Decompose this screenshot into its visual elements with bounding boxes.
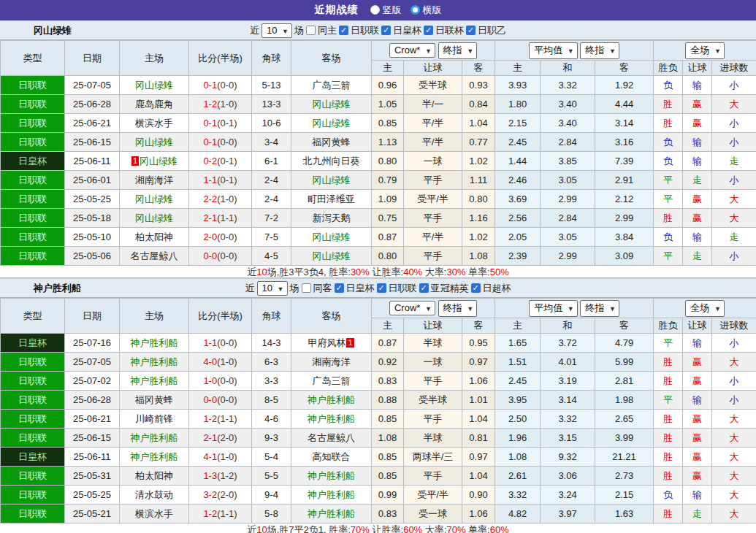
home-team-cell[interactable]: 神户胜利船	[120, 372, 189, 391]
handicap-odds-cell: 0.87	[372, 228, 404, 247]
home-team-cell[interactable]: 神户胜利船	[120, 429, 189, 448]
away-team-cell[interactable]: 町田泽维亚	[291, 190, 372, 209]
half-time-score: (0-0)	[217, 375, 237, 386]
group1-select-1[interactable]: 终指 ▼	[580, 42, 619, 59]
summary-segment: 让胜率:	[370, 524, 403, 533]
home-team-cell[interactable]: 柏太阳神	[120, 467, 189, 486]
filter-controls: 近10 ▼场同客✓日皇杯✓日职联✓亚冠精英✓日超杯	[245, 281, 511, 296]
away-team-cell[interactable]: 神户胜利船	[291, 467, 372, 486]
odds-group-header-0: Crow* ▼ 终指 ▼	[372, 41, 495, 61]
same-venue-checkbox[interactable]	[306, 26, 316, 35]
home-team-cell[interactable]: 神户胜利船	[120, 353, 189, 372]
filter-controls: 近10 ▼场同主✓日职联✓日皇杯✓日联杯✓日职乙	[250, 23, 506, 38]
home-team-cell[interactable]: 1冈山绿雉	[120, 152, 189, 171]
home-team-cell[interactable]: 清水鼓动	[120, 486, 189, 505]
result-cell: 小	[712, 114, 756, 133]
league-checkbox-3[interactable]: ✓	[471, 283, 481, 293]
group0-select-0[interactable]: Crow* ▼	[389, 43, 435, 58]
away-team-cell[interactable]: 北九州向日葵	[291, 152, 372, 171]
score-cell: 2-2(1-0)	[189, 190, 252, 209]
home-team-cell[interactable]: 柏太阳神	[120, 228, 189, 247]
sections-container: 冈山绿雉近10 ▼场同主✓日职联✓日皇杯✓日联杯✓日职乙类型日期主场比分(半场)…	[0, 20, 756, 533]
away-team-cell[interactable]: 冈山绿雉	[291, 171, 372, 190]
home-team-cell[interactable]: 川崎前锋	[120, 410, 189, 429]
away-team-cell[interactable]: 湘南海洋	[291, 353, 372, 372]
result-cell: 赢	[683, 448, 712, 467]
away-team-name: 广岛三箭	[313, 375, 351, 386]
handicap-odds-cell: 0.88	[372, 391, 404, 410]
group0-select-1[interactable]: 终指 ▼	[438, 42, 478, 59]
layout-radio-1[interactable]	[411, 5, 420, 15]
away-team-cell[interactable]: 神户胜利船	[291, 391, 372, 410]
away-team-cell[interactable]: 甲府风林1	[291, 334, 372, 353]
league-checkbox-2[interactable]: ✓	[424, 26, 433, 35]
group0-select-0[interactable]: Crow* ▼	[389, 301, 435, 315]
away-team-cell[interactable]: 神户胜利船	[291, 505, 372, 524]
home-team-cell[interactable]: 名古屋鲸八	[120, 247, 189, 266]
league-checkbox-1[interactable]: ✓	[377, 283, 386, 293]
group0-select-1[interactable]: 终指 ▼	[438, 300, 478, 317]
home-team-cell[interactable]: 湘南海洋	[120, 171, 189, 190]
away-team-cell[interactable]: 神户胜利船	[291, 486, 372, 505]
away-team-cell[interactable]: 广岛三箭	[291, 372, 372, 391]
score-cell: 0-2(0-1)	[189, 152, 252, 171]
rounds-select[interactable]: 10 ▼	[261, 23, 292, 38]
away-team-cell[interactable]: 冈山绿雉	[291, 114, 372, 133]
league-checkbox-2[interactable]: ✓	[419, 283, 429, 293]
result-cell: 输	[683, 133, 712, 152]
league-checkbox-3[interactable]: ✓	[466, 26, 476, 35]
full-time-score: 4-0	[203, 356, 217, 367]
same-venue-checkbox[interactable]	[302, 283, 311, 293]
average-odds-cell: 3.14	[541, 391, 595, 410]
group2-select-0[interactable]: 全场 ▼	[685, 300, 725, 317]
result-cell: 走	[712, 152, 756, 171]
away-team-cell[interactable]: 神户胜利船	[291, 410, 372, 429]
home-team-cell[interactable]: 冈山绿雉	[120, 133, 189, 152]
layout-radio-0[interactable]	[370, 5, 380, 15]
handicap-odds-cell: 1.02	[462, 228, 495, 247]
home-team-cell[interactable]: 神户胜利船	[120, 334, 189, 353]
home-team-cell[interactable]: 福冈黄蜂	[120, 391, 189, 410]
away-team-name: 町田泽维亚	[308, 193, 355, 204]
corner-cell: 9-3	[252, 429, 291, 448]
away-team-cell[interactable]: 高知联合	[291, 448, 372, 467]
away-team-cell[interactable]: 冈山绿雉	[291, 95, 372, 114]
away-team-cell[interactable]: 广岛三箭	[291, 76, 372, 95]
group2-select-0[interactable]: 全场 ▼	[685, 42, 725, 59]
handicap-odds-cell: 平手	[404, 372, 462, 391]
average-odds-cell: 2.84	[541, 209, 595, 228]
average-odds-cell: 2.46	[495, 171, 541, 190]
home-team-cell[interactable]: 冈山绿雉	[120, 209, 189, 228]
league-checkbox-1[interactable]: ✓	[381, 26, 391, 35]
rounds-select[interactable]: 10 ▼	[257, 281, 288, 296]
home-team-name: 神户胜利船	[131, 432, 178, 443]
column-header: 日期	[65, 41, 120, 76]
away-team-cell[interactable]: 冈山绿雉	[291, 247, 372, 266]
home-team-cell[interactable]: 鹿岛鹿角	[120, 95, 189, 114]
average-odds-cell: 2.61	[495, 467, 541, 486]
average-odds-cell: 2.05	[495, 228, 541, 247]
sub-column-header: 胜负	[654, 61, 683, 76]
group1-select-0[interactable]: 平均值 ▼	[529, 300, 578, 317]
away-team-cell[interactable]: 名古屋鲸八	[291, 429, 372, 448]
home-team-cell[interactable]: 横滨水手	[120, 505, 189, 524]
league-checkbox-0[interactable]: ✓	[335, 283, 344, 293]
group1-select-1[interactable]: 终指 ▼	[580, 300, 619, 317]
league-checkbox-0[interactable]: ✓	[339, 26, 348, 35]
handicap-odds-cell: 一球	[404, 152, 462, 171]
handicap-odds-cell: 0.96	[372, 76, 404, 95]
column-header: 主场	[120, 41, 189, 76]
near-label: 近	[245, 282, 255, 295]
match-row: 日职联25-06-21横滨水手0-1(0-1)10-6冈山绿雉0.85平/半1.…	[1, 114, 756, 133]
sub-column-header: 主	[495, 318, 541, 334]
group1-select-0[interactable]: 平均值 ▼	[529, 42, 578, 59]
home-team-cell[interactable]: 冈山绿雉	[120, 76, 189, 95]
home-team-cell[interactable]: 横滨水手	[120, 114, 189, 133]
away-team-cell[interactable]: 新泻天鹅	[291, 209, 372, 228]
away-team-cell[interactable]: 冈山绿雉	[291, 228, 372, 247]
away-team-cell[interactable]: 福冈黄蜂	[291, 133, 372, 152]
home-team-name: 横滨水手	[135, 118, 173, 129]
home-team-cell[interactable]: 神户胜利船	[120, 448, 189, 467]
home-team-cell[interactable]: 冈山绿雉	[120, 190, 189, 209]
match-row: 日职联25-07-02神户胜利船1-0(0-0)3-3广岛三箭0.83平手1.0…	[1, 372, 756, 391]
